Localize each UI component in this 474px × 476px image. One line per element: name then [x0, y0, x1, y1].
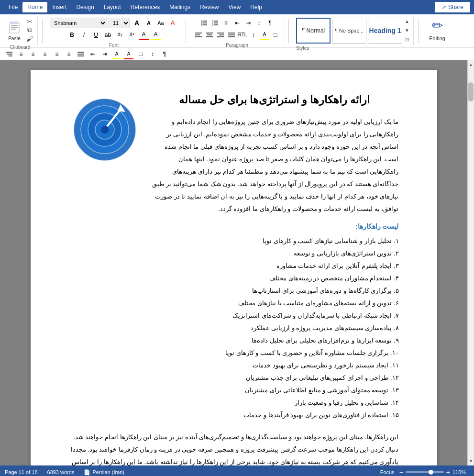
menu-insert[interactable]: Insert [47, 2, 71, 12]
share-button[interactable]: ↗ Share [435, 2, 470, 12]
font-label: Font [109, 43, 119, 48]
font-color-button[interactable]: A [139, 30, 149, 40]
bullets-button[interactable] [199, 18, 209, 28]
scroll-thumb[interactable] [468, 82, 474, 101]
align-btn2[interactable]: ≡ [16, 49, 26, 59]
menu-design[interactable]: Design [71, 2, 99, 12]
menu-home[interactable]: Home [22, 2, 47, 12]
svg-rect-28 [228, 34, 235, 35]
rtl-btn2[interactable]: ⇥ [99, 49, 110, 59]
font-grow-button[interactable]: A [132, 18, 142, 28]
menu-mailings[interactable]: Mailings [165, 2, 195, 12]
font-color-btn2[interactable]: A [123, 49, 134, 59]
rtl-button[interactable]: RTL [237, 30, 248, 40]
font-shrink-button[interactable]: A [143, 18, 154, 28]
list-item: ۱۳. توسعه محتوای آموزشی و منابع اطلاعاتی… [69, 384, 399, 397]
align-center-button[interactable] [204, 30, 215, 40]
align-right-button[interactable] [215, 30, 226, 40]
align-btn3[interactable]: ≡ [28, 49, 38, 59]
show-hide-button[interactable]: ¶ [265, 18, 276, 28]
svg-point-8 [201, 22, 202, 23]
numbered-list: ۱. تحلیل بازار و شناسایی نیازهای کسب و ک… [69, 235, 399, 421]
menu-review[interactable]: Review [195, 2, 223, 12]
style-heading1-preview: Heading 1 [369, 23, 401, 38]
list-item: ۴. استخدام مشاوران متخصص در زمینه‌های مخ… [69, 272, 399, 285]
strikethrough-button[interactable]: ab [103, 30, 113, 40]
italic-button[interactable]: I [79, 30, 89, 40]
justify-button[interactable] [226, 30, 237, 40]
menu-view[interactable]: View [224, 2, 246, 12]
style-no-spacing[interactable]: ¶ No Spac... [332, 18, 366, 44]
numbering-button[interactable]: 1.2.3. [210, 18, 220, 28]
multilevel-button[interactable]: ≡ [221, 18, 231, 28]
style-normal[interactable]: ¶ Normal [296, 18, 331, 44]
styles-label: Styles [296, 45, 410, 51]
language-icon: 📄 [84, 469, 90, 476]
zoom-slider[interactable] [406, 471, 444, 473]
style-heading1[interactable]: Heading 1 [368, 18, 402, 44]
change-case-button[interactable]: Aa [155, 18, 166, 28]
document-footer: این راهکارها، مبنای این پروژه خواهند بود… [69, 431, 399, 465]
highlight-btn2[interactable]: A [111, 49, 122, 59]
underline-button[interactable]: U [91, 30, 101, 40]
svg-rect-2 [11, 22, 18, 24]
increase-indent-button[interactable]: ⇥ [243, 18, 254, 28]
subscript-button[interactable]: X₂ [115, 30, 125, 40]
font-size-select[interactable]: 11 [109, 18, 130, 28]
zoom-out-button[interactable]: − [399, 468, 403, 476]
styles-expand[interactable]: ⊡ [404, 36, 410, 44]
font-name-select[interactable]: Shabnam [50, 18, 107, 28]
styles-scroll-down[interactable]: ▼ [404, 27, 410, 34]
show-hide-btn2[interactable]: ¶ [159, 49, 170, 59]
svg-point-10 [201, 24, 202, 25]
menu-references[interactable]: References [126, 2, 165, 12]
paste-button[interactable]: Paste [6, 19, 23, 41]
line-spacing-button[interactable]: ↕ [248, 30, 259, 40]
svg-point-40 [101, 126, 109, 133]
svg-rect-23 [206, 36, 213, 37]
cut-button[interactable]: ✂ [25, 18, 34, 25]
align-btn4[interactable]: ≡ [40, 49, 50, 59]
align-btn6[interactable]: ≡ [64, 49, 74, 59]
clear-format-button[interactable]: A [167, 18, 178, 28]
svg-rect-33 [77, 52, 84, 53]
zoom-in-button[interactable]: + [446, 468, 450, 476]
bold-button[interactable]: B [67, 30, 77, 40]
document-intro: ما یک ارزیابی اولیه در مورد پیش‌نیازهای … [150, 116, 399, 215]
svg-rect-24 [217, 33, 224, 33]
borders-btn2[interactable]: □ [135, 49, 146, 59]
para-indent-btn[interactable] [4, 49, 14, 59]
paragraph-group: 1.2.3. ≡ ⇤ ⇥ ↕ ¶ RTL ↕ A □ P [190, 17, 284, 45]
styles-scroll-up[interactable]: ▲ [404, 18, 410, 25]
document-scroll[interactable]: ارائه راهکارها و استراتژی‌ها برای حل مسا… [0, 60, 467, 465]
spacing-btn[interactable] [76, 49, 86, 59]
menu-file[interactable]: File [4, 2, 22, 12]
svg-rect-19 [195, 34, 200, 35]
svg-rect-26 [217, 36, 224, 37]
document-page: ارائه راهکارها و استراتژی‌ها برای حل مسا… [31, 70, 437, 465]
focus-button[interactable]: Focus [380, 469, 395, 475]
svg-rect-11 [203, 24, 207, 25]
scroll-up-button[interactable]: ▲ [468, 61, 474, 68]
scroll-down-button[interactable]: ▼ [468, 458, 474, 465]
list-item: ۵. برگزاری کارگاه‌ها و دوره‌های آموزشی ب… [69, 285, 399, 297]
ltr-rtl-btn[interactable]: ⇤ [88, 49, 98, 59]
superscript-button[interactable]: X² [127, 30, 137, 40]
align-left-button[interactable] [193, 30, 204, 40]
shading-button[interactable]: A [259, 30, 270, 40]
sort-button[interactable]: ↕ [254, 18, 265, 28]
svg-rect-34 [77, 54, 84, 55]
highlight-color-button[interactable]: A [151, 30, 161, 40]
align-btn5[interactable]: ≡ [52, 49, 62, 59]
format-painter-button[interactable]: 🖌 [25, 35, 34, 43]
list-item: ۱۴. شناسایی و تحلیل رقبا و وضعیت بازار [69, 397, 399, 409]
menu-layout[interactable]: Layout [99, 2, 126, 12]
borders-button[interactable]: □ [270, 30, 281, 40]
menu-help[interactable]: Help [245, 2, 267, 12]
paste-icon [6, 19, 23, 36]
decrease-indent-button[interactable]: ⇤ [232, 18, 243, 28]
copy-button[interactable]: ⧉ [25, 26, 34, 34]
vertical-scrollbar[interactable]: ▲ ▼ [467, 60, 474, 465]
language-indicator: 📄 Persian (Iran) [84, 469, 124, 476]
line-spacing-btn2[interactable]: ↕ [147, 49, 158, 59]
